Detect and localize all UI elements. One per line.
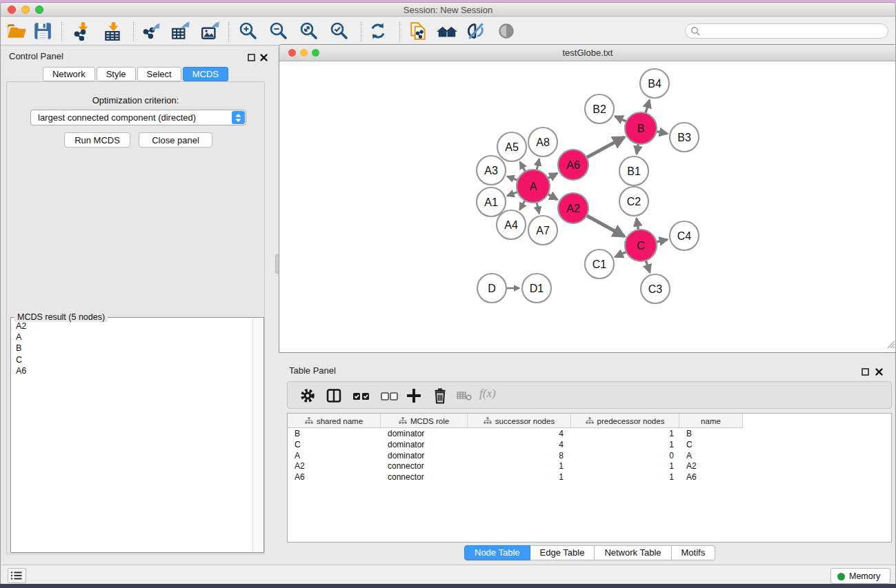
- mcds-result-item[interactable]: B: [12, 343, 252, 354]
- refresh-icon[interactable]: [368, 21, 390, 42]
- zoom-fit-icon[interactable]: [299, 21, 321, 42]
- zoom-selected-icon[interactable]: [329, 21, 351, 42]
- table-cell[interactable]: 8: [559, 451, 564, 460]
- tab-select[interactable]: Select: [137, 67, 181, 81]
- graph-node[interactable]: B4: [640, 69, 669, 98]
- mcds-result-item[interactable]: A: [12, 332, 252, 343]
- tab-network[interactable]: Network: [43, 67, 95, 81]
- column-header-predecessor-nodes[interactable]: predecessor nodes: [571, 414, 679, 428]
- table-cell[interactable]: B: [295, 429, 300, 438]
- float-panel-icon[interactable]: [862, 366, 869, 378]
- save-session-icon[interactable]: [32, 21, 54, 42]
- graph-node[interactable]: A1: [477, 187, 506, 216]
- table-cell[interactable]: 1: [669, 429, 674, 438]
- graph-node[interactable]: B: [625, 112, 657, 144]
- graph-node[interactable]: A2: [558, 193, 588, 223]
- graph-node[interactable]: A4: [497, 210, 526, 239]
- graph-node[interactable]: A7: [528, 216, 557, 245]
- graph-node[interactable]: C2: [619, 187, 648, 216]
- graph-node[interactable]: C1: [585, 250, 614, 278]
- graph-node[interactable]: A6: [558, 150, 588, 180]
- graph-node[interactable]: D: [477, 274, 506, 303]
- column-header-mcds-role[interactable]: MCDS role: [381, 414, 468, 428]
- run-mcds-button[interactable]: Run MCDS: [64, 132, 130, 148]
- export-image-icon[interactable]: [200, 21, 222, 42]
- tab-node-table[interactable]: Node Table: [464, 545, 530, 560]
- level-of-detail-icon[interactable]: [466, 21, 488, 42]
- import-table-icon[interactable]: [103, 21, 125, 42]
- add-column-icon[interactable]: [406, 387, 424, 404]
- table-cell[interactable]: C: [295, 440, 301, 449]
- table-cell[interactable]: A: [686, 451, 692, 460]
- graph-node[interactable]: D1: [522, 274, 551, 303]
- table-cell[interactable]: 1: [669, 461, 674, 471]
- graph-node[interactable]: B2: [585, 94, 614, 123]
- float-panel-icon[interactable]: [248, 52, 255, 64]
- graph-node[interactable]: C3: [641, 274, 670, 303]
- deselect-all-icon[interactable]: [381, 387, 399, 404]
- graph-node[interactable]: C: [625, 230, 657, 261]
- table-cell[interactable]: 0: [669, 451, 674, 460]
- select-all-icon[interactable]: [352, 387, 370, 404]
- clone-network-icon[interactable]: [408, 21, 430, 42]
- graph-node[interactable]: C4: [670, 221, 699, 250]
- table-row[interactable]: A6connector11A6: [288, 472, 893, 483]
- search-input[interactable]: [704, 25, 883, 37]
- graph-node[interactable]: B1: [619, 156, 648, 185]
- table-cell[interactable]: A2: [686, 461, 697, 471]
- table-cell[interactable]: dominator: [388, 440, 424, 449]
- home-icon[interactable]: [435, 21, 457, 42]
- import-network-icon[interactable]: [72, 21, 94, 42]
- graph-node[interactable]: A: [517, 170, 550, 203]
- mcds-list-scrollbar[interactable]: [252, 318, 263, 551]
- tab-edge-table[interactable]: Edge Table: [530, 545, 595, 560]
- tab-mcds[interactable]: MCDS: [183, 67, 228, 81]
- table-cell[interactable]: 1: [669, 440, 674, 449]
- settings-gear-icon[interactable]: [299, 387, 317, 404]
- window-resize-grip[interactable]: [887, 339, 895, 352]
- table-cell[interactable]: connector: [388, 472, 424, 482]
- table-cell[interactable]: A: [295, 451, 300, 460]
- table-cell[interactable]: 4: [559, 440, 564, 449]
- table-cell[interactable]: connector: [388, 461, 424, 471]
- graph-node[interactable]: A8: [528, 128, 557, 156]
- mcds-result-item[interactable]: A2: [12, 321, 252, 332]
- export-table-icon[interactable]: [170, 21, 192, 42]
- table-cell[interactable]: dominator: [388, 451, 424, 460]
- graph-node[interactable]: A3: [477, 156, 506, 185]
- table-row[interactable]: A2connector11A2: [288, 461, 893, 472]
- memory-button[interactable]: Memory: [830, 568, 890, 584]
- tab-style[interactable]: Style: [97, 67, 136, 81]
- table-cell[interactable]: 1: [559, 472, 564, 482]
- close-panel-icon[interactable]: [875, 366, 883, 378]
- table-row[interactable]: Bdominator41B: [288, 429, 893, 440]
- graph-node[interactable]: B3: [670, 123, 699, 152]
- column-visibility-icon[interactable]: [326, 387, 344, 404]
- show-hide-icon[interactable]: [496, 21, 518, 42]
- tab-motifs[interactable]: Motifs: [672, 545, 716, 560]
- table-row[interactable]: Cdominator41C: [288, 440, 893, 451]
- table-cell[interactable]: C: [686, 440, 693, 449]
- tab-network-table[interactable]: Network Table: [595, 545, 671, 560]
- close-panel-icon[interactable]: [260, 52, 268, 64]
- table-cell[interactable]: 1: [669, 472, 674, 482]
- table-cell[interactable]: A6: [686, 472, 697, 482]
- table-cell[interactable]: A2: [295, 461, 305, 471]
- open-file-icon[interactable]: [6, 21, 28, 42]
- network-canvas[interactable]: AA1A2A3A4A5A6A7A8BB1B2B3B4CC1C2C3C4DD1: [280, 61, 896, 352]
- table-row[interactable]: Adominator80A: [288, 451, 893, 462]
- column-header-successor-nodes[interactable]: successor nodes: [468, 414, 571, 428]
- mcds-result-item[interactable]: A6: [12, 365, 252, 376]
- criterion-dropdown[interactable]: largest connected component (directed): [30, 110, 246, 125]
- table-cell[interactable]: A6: [295, 472, 305, 482]
- table-cell[interactable]: 4: [559, 429, 564, 438]
- network-window-titlebar[interactable]: testGlobe.txt: [279, 45, 896, 61]
- graph-node[interactable]: A5: [497, 132, 526, 161]
- zoom-out-icon[interactable]: [268, 21, 290, 42]
- table-cell[interactable]: dominator: [388, 429, 424, 438]
- column-header-name[interactable]: name: [679, 414, 743, 428]
- export-network-icon[interactable]: [141, 21, 163, 42]
- close-panel-button[interactable]: Close panel: [139, 132, 212, 148]
- delete-column-icon[interactable]: [432, 387, 450, 404]
- zoom-in-icon[interactable]: [238, 21, 260, 42]
